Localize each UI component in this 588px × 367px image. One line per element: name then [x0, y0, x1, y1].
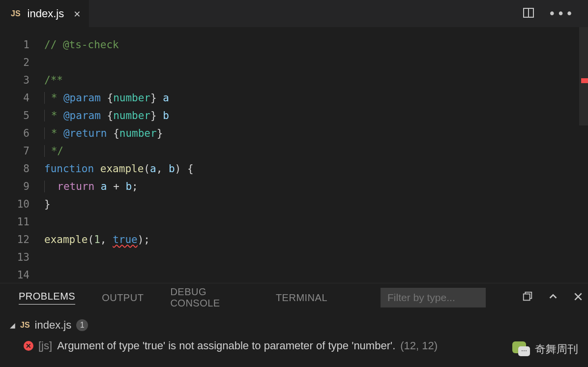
- line-number: 12: [0, 231, 29, 248]
- tab-terminal[interactable]: TERMINAL: [276, 292, 327, 304]
- code-editor[interactable]: 1 2 3 4 5 6 7 8 9 10 11 12 13 14 // @ts-…: [0, 27, 588, 283]
- problem-location: (12, 12): [400, 339, 438, 352]
- tab-output[interactable]: OUTPUT: [102, 292, 144, 304]
- code-content[interactable]: // @ts-check /** * @param {number} a * @…: [44, 27, 588, 283]
- error-marker[interactable]: [581, 78, 588, 83]
- tab-debug-console[interactable]: DEBUG CONSOLE: [170, 286, 249, 309]
- problem-message: Argument of type 'true' is not assignabl…: [57, 339, 395, 352]
- chat-bubble-icon: [512, 341, 531, 357]
- tab-actions: •••: [523, 7, 588, 21]
- filter-input[interactable]: [381, 288, 486, 307]
- collapse-all-icon[interactable]: [522, 291, 533, 304]
- line-number: 6: [0, 124, 29, 142]
- overview-ruler[interactable]: [579, 27, 588, 283]
- line-number-gutter: 1 2 3 4 5 6 7 8 9 10 11 12 13 14: [0, 27, 44, 283]
- panel-tab-bar: PROBLEMS OUTPUT DEBUG CONSOLE TERMINAL: [0, 283, 588, 312]
- problem-count-badge: 1: [76, 319, 88, 331]
- svg-rect-2: [524, 294, 530, 301]
- line-number: 3: [0, 71, 29, 89]
- tab-bar: JS index.js ✕ •••: [0, 0, 588, 27]
- split-editor-icon[interactable]: [523, 7, 534, 21]
- problems-list: ◢ JS index.js 1 ✕ [js] Argument of type …: [0, 312, 588, 356]
- js-file-icon: JS: [20, 321, 30, 330]
- line-number: 8: [0, 160, 29, 178]
- js-file-icon: JS: [11, 9, 21, 18]
- problem-source: [js]: [38, 339, 52, 352]
- line-number: 9: [0, 178, 29, 195]
- tab-filename: index.js: [28, 7, 64, 20]
- line-number: 4: [0, 89, 29, 107]
- line-number: 7: [0, 142, 29, 160]
- problem-file-name: index.js: [35, 319, 72, 332]
- line-number: 1: [0, 36, 29, 54]
- line-number: 11: [0, 213, 29, 231]
- line-number: 14: [0, 266, 29, 284]
- watermark-text: 奇舞周刊: [535, 342, 578, 357]
- chevron-up-icon[interactable]: [548, 291, 559, 304]
- close-panel-icon[interactable]: [573, 292, 583, 304]
- close-tab-icon[interactable]: ✕: [74, 7, 80, 20]
- error-icon: ✕: [24, 341, 33, 351]
- editor-tab[interactable]: JS index.js ✕: [0, 0, 89, 27]
- line-number: 2: [0, 54, 29, 71]
- line-number: 5: [0, 107, 29, 124]
- more-actions-icon[interactable]: •••: [548, 7, 574, 20]
- problem-file-row[interactable]: ◢ JS index.js 1: [10, 315, 588, 336]
- tab-problems[interactable]: PROBLEMS: [19, 291, 75, 305]
- twisty-down-icon[interactable]: ◢: [10, 321, 15, 329]
- scrollbar-thumb[interactable]: [579, 27, 588, 125]
- bottom-panel: PROBLEMS OUTPUT DEBUG CONSOLE TERMINAL ◢…: [0, 283, 588, 367]
- problem-item[interactable]: ✕ [js] Argument of type 'true' is not as…: [10, 336, 588, 356]
- line-number: 13: [0, 248, 29, 266]
- line-number: 10: [0, 195, 29, 213]
- watermark: 奇舞周刊: [512, 341, 578, 357]
